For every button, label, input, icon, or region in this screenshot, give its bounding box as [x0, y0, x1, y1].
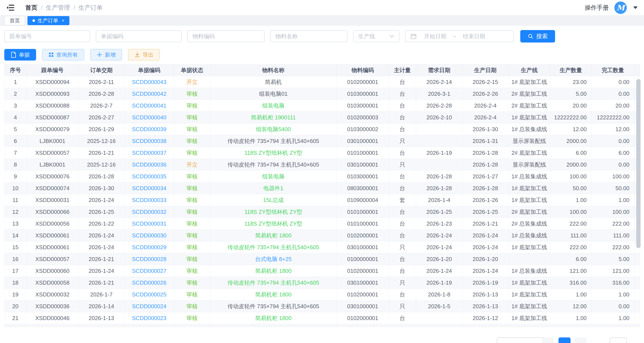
cell-code[interactable]: SCDD000026 [124, 277, 174, 289]
table-row[interactable]: 2XSDD0000932026-2-28SCDD000042审核组装电脑0101… [4, 88, 640, 100]
cell-prod_date: 2026-1-28 [462, 182, 508, 194]
pagination-active-page-button[interactable] [558, 338, 570, 343]
table-row[interactable]: 10XSDD0000742026-1-30SCDD000034审核电器件1080… [4, 182, 640, 194]
tab-production-order[interactable]: 生产订单 [28, 16, 70, 25]
close-icon[interactable] [62, 18, 64, 23]
cell-unit: 只 [389, 242, 416, 253]
cell-prod_date: 2026-1-24 [462, 230, 508, 242]
end-date-placeholder[interactable]: 结束日期 [463, 33, 485, 40]
table-row[interactable]: 19XSDD0000322026-1-7SCDD000025审核简易机柜 180… [4, 289, 640, 301]
cell-code[interactable]: SCDD000027 [124, 265, 174, 277]
cell-status: 审核 [174, 123, 210, 135]
col-header-qty: 生产数量 [550, 65, 592, 76]
cell-material: 简易机柜 1900111 [210, 112, 337, 123]
table-row[interactable]: 6LJBK00012025-12-16SCDD000038审核传动皮轮件 735… [4, 135, 640, 147]
manual-link[interactable]: 操作手册 [585, 4, 609, 12]
avatar[interactable]: M [614, 1, 627, 14]
cell-code[interactable]: SCDD000042 [124, 88, 174, 100]
production-line-select[interactable]: 生产线 [353, 30, 400, 42]
table-row[interactable]: 18XSDD0000582026-1-21SCDD000026审核传动皮轮件 7… [4, 277, 640, 289]
cell-qty: 111.00 [550, 230, 592, 242]
breadcrumb-production-management[interactable]: 生产管理 [46, 4, 70, 12]
cell-code[interactable]: SCDD000035 [124, 171, 174, 182]
cell-mcode: 0301000001 [337, 242, 389, 253]
document-button[interactable]: 单据 [4, 49, 36, 60]
table-row[interactable]: 20XSDD0000362026-1-14SCDD000024审核传动皮轮件 7… [4, 301, 640, 312]
cell-material: 组装电脑01 [210, 88, 337, 100]
follow-number-input[interactable] [4, 30, 90, 42]
search-button[interactable]: 搜索 [520, 30, 555, 42]
table-row[interactable]: 11XSDD0000312026-1-24SCDD000033审核15L总成01… [4, 194, 640, 206]
cell-unit: 台 [389, 312, 416, 324]
cell-qty: 100.00 [550, 206, 592, 218]
table-row[interactable]: 15XSDD0000612026-1-24SCDD000029审核传动皮轮件 7… [4, 242, 640, 253]
pagination-jump-input[interactable] [610, 338, 627, 343]
cell-code[interactable]: SCDD000039 [124, 123, 174, 135]
table-row[interactable]: 7XSDD0000572026-1-21SCDD000037审核118S ZY型… [4, 147, 640, 159]
doc-code-input[interactable] [96, 30, 182, 42]
cell-code[interactable]: SCDD000031 [124, 218, 174, 230]
table-row[interactable]: 9XSDD0000762026-1-28SCDD000035审核组装电脑0103… [4, 171, 640, 182]
cell-code[interactable]: SCDD000037 [124, 147, 174, 159]
cell-order_date: 2026-2-27 [78, 112, 124, 123]
cell-code[interactable]: SCDD000033 [124, 194, 174, 206]
add-button-label: 新增 [105, 51, 116, 58]
vertical-scrollbar[interactable] [636, 79, 640, 248]
tab-home[interactable]: 首页 [5, 16, 25, 25]
cell-material: 简易机柜 1800 [210, 265, 337, 277]
cell-code[interactable]: SCDD000023 [124, 312, 174, 324]
cell-unit: 台 [389, 123, 416, 135]
query-all-button[interactable]: 查询所有 [42, 49, 84, 60]
table-row[interactable]: 13XSDD0000562026-1-22SCDD000031审核118S ZY… [4, 218, 640, 230]
cell-prod_date: 2026-1-13 [462, 289, 508, 301]
breadcrumb-home[interactable]: 首页 [25, 4, 38, 12]
table-row[interactable]: 3XSDD0000882026-2-7SCDD000041审核组装电脑01030… [4, 100, 640, 112]
cell-done: 12.00 [592, 123, 634, 135]
cell-code[interactable]: SCDD000034 [124, 182, 174, 194]
cell-order_date: 2026-1-14 [78, 301, 124, 312]
cell-unit: 只 [389, 277, 416, 289]
cell-code[interactable]: SCDD000024 [124, 301, 174, 312]
cell-material: 传动皮轮件 735×794 主机孔540×605 [210, 135, 337, 147]
cell-unit: 台 [389, 230, 416, 242]
pagination-next-button[interactable] [574, 338, 586, 343]
cell-line: 1# 底架加工线 [508, 312, 550, 324]
cell-code[interactable]: SCDD000028 [124, 253, 174, 265]
cell-material: 组装电脑 [210, 100, 337, 112]
cell-code[interactable]: SCDD000030 [124, 230, 174, 242]
chevron-down-icon[interactable] [633, 6, 638, 9]
cell-code[interactable]: SCDD000029 [124, 242, 174, 253]
material-code-input[interactable] [187, 30, 265, 42]
table-row[interactable]: 1XSDD0000942026-2-11SCDD000043开立简易机01020… [4, 76, 640, 88]
menu-collapse-icon[interactable] [6, 4, 15, 11]
table-row[interactable]: 4XSDD0000872026-2-27SCDD000040审核简易机柜 190… [4, 112, 640, 123]
add-button[interactable]: 新增 [90, 49, 122, 60]
date-range-picker[interactable]: 开始日期 - 结束日期 [405, 30, 514, 42]
cell-code[interactable]: SCDD000041 [124, 100, 174, 112]
table-row[interactable]: 12XSDD0000662026-1-25SCDD000032审核118S ZY… [4, 206, 640, 218]
cell-seq: 16 [4, 253, 26, 265]
cell-code[interactable]: SCDD000036 [124, 159, 174, 171]
table-row[interactable]: 8LJBK00012025-12-16SCDD000036开立传动皮轮件 735… [4, 159, 640, 171]
cell-code[interactable]: SCDD000025 [124, 289, 174, 301]
cell-line: 1# 总装集成线 [508, 171, 550, 182]
cell-code[interactable]: SCDD000040 [124, 112, 174, 123]
export-button[interactable]: 导出 [128, 49, 160, 60]
table-row[interactable]: 17XSDD0000602026-1-24SCDD000027审核简易机柜 18… [4, 265, 640, 277]
table-row[interactable]: 16XSDD0000572026-1-21SCDD000028审核台式电脑 8+… [4, 253, 640, 265]
cell-code[interactable]: SCDD000032 [124, 206, 174, 218]
table-row[interactable]: 14XSDD0000612026-1-24SCDD000030审核简易机柜 18… [4, 230, 640, 242]
start-date-placeholder[interactable]: 开始日期 [424, 33, 446, 40]
cell-code[interactable]: SCDD000043 [124, 76, 174, 88]
cell-code[interactable]: SCDD000038 [124, 135, 174, 147]
material-name-input[interactable] [270, 30, 348, 42]
cell-line: 1# 底架加工线 [508, 182, 550, 194]
table-header-row: 序号 跟单编号 订单交期 单据编码 单据状态 物料名称 物料编码 主计量 需求日… [4, 65, 640, 76]
cell-prod_date: 2026-1-13 [462, 301, 508, 312]
table-row[interactable]: 5XSDD0000792026-1-29SCDD000039审核组装电脑5400… [4, 123, 640, 135]
table-row[interactable]: 21XSDD0000462026-1-13SCDD000023审核简易机柜 18… [4, 312, 640, 324]
cell-prod_date: 2026-1-25 [462, 206, 508, 218]
pagination-prev-button[interactable] [542, 338, 554, 343]
cell-qty: 100.00 [550, 171, 592, 182]
search-button-label: 搜索 [536, 32, 548, 40]
